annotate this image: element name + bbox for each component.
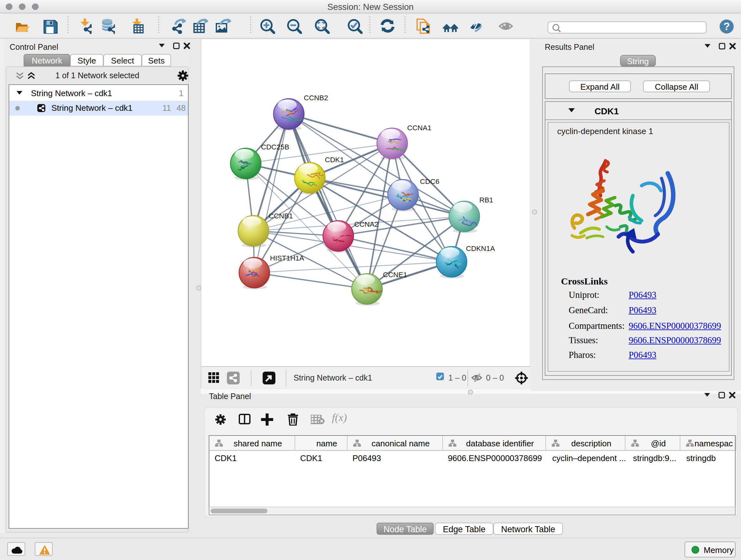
svg-text:CCNE1: CCNE1 bbox=[383, 271, 407, 279]
svg-text:CCNB1: CCNB1 bbox=[269, 212, 293, 220]
svg-text:CDK1: CDK1 bbox=[325, 156, 344, 164]
svg-text:?: ? bbox=[724, 20, 730, 32]
svg-text:CCNB2: CCNB2 bbox=[304, 94, 328, 102]
svg-text:CDKN1A: CDKN1A bbox=[466, 245, 495, 253]
svg-text:CCNA1: CCNA1 bbox=[407, 124, 431, 132]
svg-text:CDC6: CDC6 bbox=[420, 178, 440, 186]
svg-text:HIST1H1A: HIST1H1A bbox=[270, 254, 304, 262]
svg-text:CCNA2: CCNA2 bbox=[354, 220, 379, 228]
svg-text:RB1: RB1 bbox=[479, 196, 493, 204]
svg-text:CDC25B: CDC25B bbox=[261, 143, 289, 151]
